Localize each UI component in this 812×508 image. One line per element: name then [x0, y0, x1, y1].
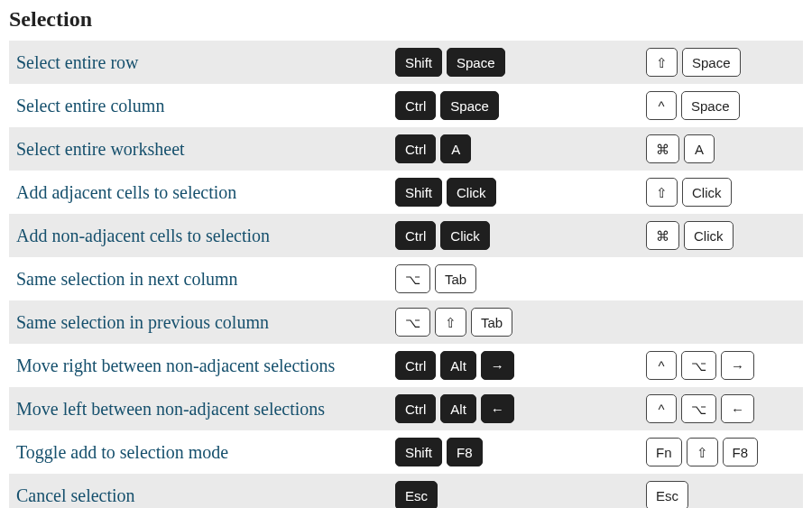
shortcut-row: Same selection in next column⌥Tab	[9, 257, 803, 300]
shortcut-keys-mac: Fn⇧F8	[646, 438, 796, 466]
shortcut-row: Add adjacent cells to selectionShiftClic…	[9, 171, 803, 214]
shortcut-label[interactable]: Same selection in previous column	[16, 312, 395, 333]
keycap: Space	[447, 48, 505, 77]
shortcut-keys-windows: Esc	[395, 481, 646, 508]
shortcut-row: Add non-adjacent cells to selectionCtrlC…	[9, 214, 803, 257]
keycap: Click	[440, 221, 490, 250]
shortcut-label[interactable]: Select entire column	[16, 96, 395, 116]
shortcut-row: Cancel selectionEscEsc	[9, 474, 803, 508]
keycap: Esc	[646, 481, 688, 508]
keycap: Click	[682, 178, 732, 207]
shortcut-row: Move left between non-adjacent selection…	[9, 387, 803, 430]
keycap: ←	[481, 394, 514, 423]
shortcut-keys-mac: Esc	[646, 481, 796, 508]
shortcut-label[interactable]: Toggle add to selection mode	[16, 442, 395, 463]
keycap: Click	[684, 221, 734, 250]
keycap: Ctrl	[395, 91, 436, 120]
shortcut-keys-windows: CtrlAlt→	[395, 351, 646, 380]
shortcut-keys-windows: ShiftF8	[395, 438, 646, 466]
shortcut-keys-windows: CtrlAlt←	[395, 394, 646, 423]
keycap: Tab	[471, 308, 512, 337]
keycap: Shift	[395, 48, 442, 77]
shortcut-keys-windows: ⌥Tab	[395, 264, 646, 293]
keycap: Shift	[395, 438, 442, 466]
keycap: A	[684, 134, 715, 163]
keycap: Esc	[395, 481, 438, 508]
keycap: Tab	[435, 264, 476, 293]
shortcut-row: Select entire worksheetCtrlA⌘A	[9, 127, 803, 171]
keycap: F8	[447, 438, 483, 466]
shortcut-keys-mac: ^Space	[646, 91, 796, 120]
keycap: ⇧	[687, 438, 718, 466]
keycap: Space	[681, 91, 740, 120]
shortcut-keys-windows: CtrlClick	[395, 221, 646, 250]
shortcut-row: Same selection in previous column⌥⇧Tab	[9, 300, 803, 344]
keycap: ⌘	[646, 221, 679, 250]
shortcut-label[interactable]: Add non-adjacent cells to selection	[16, 226, 395, 246]
keycap: ⇧	[435, 308, 466, 337]
keycap: F8	[723, 438, 759, 466]
keycap: Ctrl	[395, 351, 436, 380]
keycap: Ctrl	[395, 394, 436, 423]
shortcut-row: Toggle add to selection modeShiftF8Fn⇧F8	[9, 430, 803, 474]
shortcut-keys-windows: CtrlA	[395, 134, 646, 163]
keycap: ^	[646, 351, 677, 380]
keycap: Shift	[395, 178, 442, 207]
keycap: ⌥	[395, 264, 430, 293]
shortcut-label[interactable]: Select entire row	[16, 52, 395, 73]
shortcut-keys-windows: CtrlSpace	[395, 91, 646, 120]
keycap: Alt	[440, 351, 476, 380]
keycap: ⌘	[646, 134, 679, 163]
shortcut-keys-windows: ⌥⇧Tab	[395, 308, 646, 337]
keycap: Space	[682, 48, 741, 77]
keycap: ^	[646, 91, 677, 120]
shortcut-label[interactable]: Select entire worksheet	[16, 139, 395, 160]
shortcut-keys-mac: ⌘Click	[646, 221, 796, 250]
shortcut-label[interactable]: Move right between non-adjacent selectio…	[16, 356, 395, 376]
shortcut-label[interactable]: Same selection in next column	[16, 269, 395, 290]
keycap: ⇧	[646, 178, 678, 207]
shortcut-row: Select entire columnCtrlSpace^Space	[9, 84, 803, 127]
shortcut-row: Move right between non-adjacent selectio…	[9, 344, 803, 387]
shortcut-keys-mac: ⇧Space	[646, 48, 796, 77]
shortcut-keys-windows: ShiftClick	[395, 178, 646, 207]
shortcut-keys-windows: ShiftSpace	[395, 48, 646, 77]
keycap: ⇧	[646, 48, 678, 77]
shortcut-keys-mac: ⌘A	[646, 134, 796, 163]
shortcut-table: Select entire rowShiftSpace⇧SpaceSelect …	[9, 41, 803, 508]
shortcut-row: Select entire rowShiftSpace⇧Space	[9, 41, 803, 84]
shortcut-keys-mac: ^⌥←	[646, 394, 796, 423]
keycap: Click	[447, 178, 496, 207]
keycap: Alt	[440, 394, 476, 423]
keycap: ^	[646, 394, 677, 423]
keycap: Space	[440, 91, 499, 120]
shortcut-keys-mac: ^⌥→	[646, 351, 796, 380]
keycap: ⌥	[395, 308, 430, 337]
keycap: Ctrl	[395, 134, 436, 163]
shortcut-label[interactable]: Move left between non-adjacent selection…	[16, 399, 395, 420]
keycap: Fn	[646, 438, 682, 466]
shortcut-label[interactable]: Add adjacent cells to selection	[16, 182, 395, 203]
keycap: ←	[721, 394, 754, 423]
section-title: Selection	[9, 7, 803, 32]
shortcut-label[interactable]: Cancel selection	[16, 485, 395, 506]
keycap: →	[721, 351, 754, 380]
keycap: ⌥	[681, 394, 716, 423]
keycap: →	[481, 351, 514, 380]
keycap: ⌥	[681, 351, 716, 380]
keycap: Ctrl	[395, 221, 436, 250]
shortcut-keys-mac: ⇧Click	[646, 178, 796, 207]
keycap: A	[440, 134, 471, 163]
